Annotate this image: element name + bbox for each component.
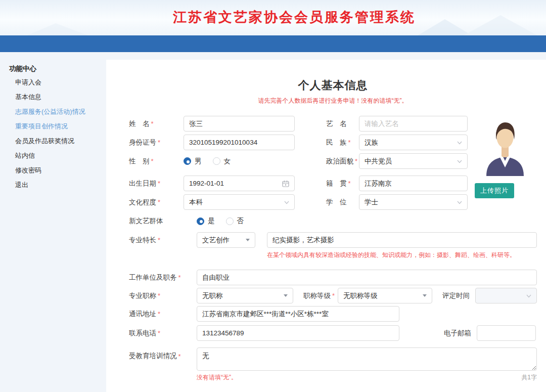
- caret-down-icon: [423, 294, 427, 297]
- calendar-icon: [282, 180, 289, 187]
- native-place-label: 籍 贯*: [326, 179, 359, 188]
- sidebar-item-member-awards[interactable]: 会员及作品获奖情况: [0, 134, 106, 148]
- new-art-group-no-radio[interactable]: 否: [226, 216, 244, 226]
- radio-checked-icon: [184, 157, 191, 165]
- stage-name-input[interactable]: [359, 116, 468, 132]
- prof-title-label: 专业职称*: [129, 291, 197, 300]
- caret-down-icon: [246, 239, 250, 241]
- radio-checked-icon: [197, 217, 204, 225]
- prof-title-select[interactable]: 无职称: [197, 288, 293, 303]
- ethnicity-select[interactable]: 汉族: [359, 135, 468, 150]
- birth-date-label: 出生日期*: [129, 179, 184, 188]
- native-place-input[interactable]: [359, 176, 468, 191]
- education-training-label: 受教育培训情况*: [129, 347, 197, 361]
- page-title: 江苏省文艺家协会会员服务管理系统: [21, 0, 546, 26]
- sidebar-item-apply-membership[interactable]: 申请入会: [0, 75, 106, 90]
- specialty-hint: 在某个领域内具有较深造诣或经验的技能、知识或能力，例如：摄影、舞蹈、绘画、科研等…: [267, 251, 537, 259]
- sidebar-item-change-password[interactable]: 修改密码: [0, 163, 106, 178]
- app-header: 江苏省文艺家协会会员服务管理系统: [0, 0, 546, 35]
- birth-date-input[interactable]: 1992-01-01: [184, 176, 295, 191]
- sidebar-item-volunteer-service[interactable]: 志愿服务(公益活动)情况: [0, 104, 106, 119]
- chevron-down-icon: [526, 293, 531, 298]
- new-art-group-radio-group: 是 否: [197, 216, 244, 226]
- degree-label: 学 位: [326, 198, 359, 207]
- chevron-down-icon: [457, 159, 462, 164]
- personal-info-form: 姓 名* 艺 名 身份证号* 民 族* 汉族 性 别* 男: [129, 116, 537, 382]
- specialty-category-select[interactable]: 文艺创作: [197, 232, 255, 248]
- id-number-input[interactable]: [184, 135, 295, 150]
- name-input[interactable]: [184, 116, 295, 132]
- sidebar-section-title: 功能中心: [0, 62, 106, 75]
- upload-photo-button[interactable]: 上传照片: [475, 183, 514, 198]
- specialty-input[interactable]: [267, 232, 537, 248]
- form-title: 个人基本信息: [129, 78, 537, 93]
- ethnicity-label: 民 族*: [326, 138, 359, 147]
- title-level-select[interactable]: 无职称等级: [338, 288, 432, 303]
- political-status-label: 政治面貌*: [326, 157, 359, 166]
- sidebar-item-site-messages[interactable]: 站内信: [0, 148, 106, 163]
- main-content-card: 个人基本信息 请先完善个人数据后再进行业务申请！没有的请填“无”。 姓 名* 艺…: [106, 60, 546, 392]
- education-select[interactable]: 本科: [184, 194, 295, 210]
- address-label: 通讯地址*: [129, 310, 197, 319]
- new-art-group-label: 新文艺群体: [129, 216, 197, 226]
- radio-unchecked-icon: [226, 217, 234, 225]
- education-training-textarea[interactable]: 无: [197, 347, 537, 371]
- address-input[interactable]: [197, 306, 399, 322]
- form-notice: 请先完善个人数据后再进行业务申请！没有的请填“无”。: [129, 97, 537, 105]
- phone-label: 联系电话*: [129, 329, 197, 338]
- political-status-select[interactable]: 中共党员: [359, 153, 468, 169]
- degree-select[interactable]: 学士: [359, 194, 468, 210]
- chevron-down-icon: [457, 140, 462, 145]
- email-label: 电子邮箱: [444, 329, 477, 338]
- sidebar-item-key-projects[interactable]: 重要项目创作情况: [0, 119, 106, 134]
- sidebar: 功能中心 申请入会 基本信息 志愿服务(公益活动)情况 重要项目创作情况 会员及…: [0, 52, 106, 392]
- gender-radio-group: 男 女: [184, 157, 295, 166]
- caret-down-icon: [284, 294, 288, 297]
- avatar-icon: [483, 119, 527, 176]
- email-input[interactable]: [477, 325, 536, 341]
- top-navbar: [0, 35, 546, 52]
- chevron-down-icon: [284, 200, 289, 205]
- new-art-group-yes-radio[interactable]: 是: [197, 216, 215, 226]
- work-unit-label: 工作单位及职务*: [129, 273, 197, 282]
- title-level-label: 职称等级*: [303, 291, 338, 300]
- sidebar-item-basic-info[interactable]: 基本信息: [0, 90, 106, 104]
- work-unit-input[interactable]: [197, 270, 537, 285]
- education-label: 文化程度*: [129, 198, 184, 207]
- name-label: 姓 名*: [129, 119, 184, 128]
- sidebar-item-logout[interactable]: 退出: [0, 178, 106, 192]
- gender-female-radio[interactable]: 女: [213, 157, 231, 166]
- gender-label: 性 别*: [129, 157, 184, 166]
- stage-name-label: 艺 名: [326, 119, 359, 128]
- assess-time-label: 评定时间: [442, 291, 475, 300]
- specialty-label: 专业特长*: [129, 236, 197, 245]
- chevron-down-icon: [457, 200, 462, 205]
- word-count: 共1字: [521, 373, 537, 382]
- profile-photo-placeholder: [483, 119, 528, 178]
- radio-unchecked-icon: [213, 157, 220, 165]
- education-training-hint: 没有请填“无”。: [197, 373, 237, 382]
- assess-time-select[interactable]: [475, 288, 537, 303]
- gender-male-radio[interactable]: 男: [184, 157, 202, 166]
- phone-input[interactable]: [197, 325, 399, 341]
- education-training-footer: 没有请填“无”。 共1字: [197, 373, 537, 382]
- id-number-label: 身份证号*: [129, 138, 184, 147]
